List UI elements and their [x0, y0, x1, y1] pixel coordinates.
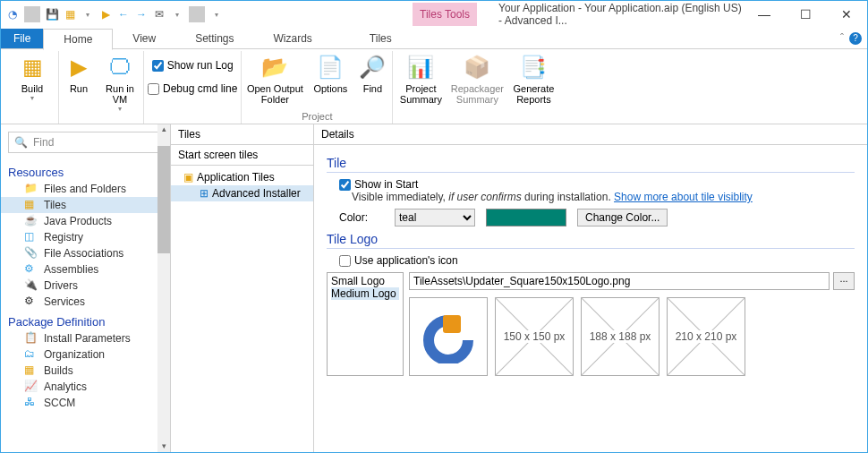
back-icon[interactable]: ←: [115, 6, 132, 22]
tab-home[interactable]: Home: [43, 29, 113, 50]
tree-subheader: Start screen tiles: [171, 145, 313, 166]
run-vm-button[interactable]: 🖵 Run in VM ▾: [100, 51, 140, 113]
tab-tiles[interactable]: Tiles: [350, 29, 412, 48]
reports-icon: 📑: [519, 53, 548, 81]
sidebar-scrollbar[interactable]: ▴ ▾: [157, 124, 170, 452]
qat-dropdown-icon[interactable]: ▾: [208, 6, 225, 22]
details-header: Details: [314, 124, 867, 145]
use-app-icon-check[interactable]: Use application's icon: [327, 254, 855, 267]
maximize-button[interactable]: ☐: [785, 1, 826, 28]
scroll-thumb[interactable]: [157, 146, 170, 253]
debug-cmd-check[interactable]: Debug cmd line: [148, 80, 237, 98]
sidebar-item-registry[interactable]: ◫Registry: [1, 229, 170, 245]
show-in-start-check[interactable]: Show in Start: [327, 178, 855, 191]
section-logo: Tile Logo: [327, 232, 855, 249]
window-title: Your Application - Your Application.aip …: [477, 2, 744, 27]
find-button[interactable]: 🔎 Find: [356, 51, 388, 105]
repackager-button[interactable]: 📦 Repackager Summary: [450, 51, 504, 105]
sidebar-item-builds[interactable]: ▦Builds: [1, 363, 170, 379]
browse-button[interactable]: ...: [833, 272, 855, 290]
dropdown-icon[interactable]: ▾: [80, 6, 96, 22]
options-icon: 📄: [316, 53, 345, 81]
color-select[interactable]: teal: [395, 209, 475, 226]
sidebar-item-assemblies[interactable]: ⚙Assemblies: [1, 261, 170, 278]
show-run-log-check[interactable]: Show run Log: [152, 56, 234, 74]
scroll-up-icon[interactable]: ▴: [157, 124, 170, 135]
mail-icon[interactable]: ✉: [151, 6, 167, 22]
tile-preview[interactable]: [409, 297, 488, 376]
sidebar-item-drivers[interactable]: 🔌Drivers: [1, 278, 170, 294]
tab-wizards[interactable]: Wizards: [254, 29, 332, 48]
search-icon: 🔍: [14, 136, 28, 149]
collapse-ribbon-icon[interactable]: ˆ: [840, 32, 844, 45]
app-icon: ◔: [4, 6, 21, 22]
minimize-button[interactable]: —: [744, 1, 785, 28]
tree-child[interactable]: ⊞Advanced Installer: [171, 185, 313, 201]
tree-panel: Tiles Start screen tiles ▣Application Ti…: [171, 124, 314, 452]
analytics-icon: 📈: [24, 380, 38, 394]
tile-210[interactable]: 210 x 210 px: [667, 297, 745, 376]
monitor-icon: 🖵: [106, 53, 134, 81]
tile-150[interactable]: 150 x 150 px: [495, 297, 574, 376]
sidebar-item-fileassoc[interactable]: 📎File Associations: [1, 245, 170, 261]
help-icon[interactable]: ?: [849, 32, 862, 45]
ribbon-group-label: Project: [302, 109, 332, 124]
tree-header: Tiles: [171, 124, 313, 145]
options-button[interactable]: 📄 Options: [310, 51, 351, 105]
scroll-down-icon[interactable]: ▾: [157, 441, 170, 452]
section-tile: Tile: [327, 156, 855, 173]
change-color-button[interactable]: Change Color...: [577, 209, 668, 226]
folder-icon: 📁: [24, 182, 38, 196]
registry-icon: ◫: [24, 230, 38, 244]
logo-medium-option[interactable]: Medium Logo: [331, 287, 399, 300]
build-button[interactable]: ▦ Build ▾: [10, 51, 55, 102]
sidebar-item-files[interactable]: 📁Files and Folders: [1, 181, 170, 197]
project-summary-button[interactable]: 📊 Project Summary: [396, 51, 445, 105]
sidebar-item-tiles[interactable]: ▦Tiles: [1, 197, 170, 213]
params-icon: 📋: [24, 331, 38, 346]
logo-small-option[interactable]: Small Logo: [331, 275, 399, 287]
gear-icon: ⚙: [24, 295, 38, 309]
open-output-button[interactable]: 📂 Open Output Folder: [245, 51, 304, 105]
dropdown-icon[interactable]: ▾: [169, 6, 185, 22]
sidebar-item-sccm[interactable]: 🖧SCCM: [1, 395, 170, 411]
sidebar-item-installparams[interactable]: 📋Install Parameters: [1, 330, 170, 346]
sidebar-item-java[interactable]: ☕Java Products: [1, 213, 170, 229]
search-input[interactable]: 🔍 Find: [8, 132, 163, 153]
java-icon: ☕: [24, 214, 38, 228]
details-panel: Details Tile Show in Start Visible immed…: [314, 124, 867, 452]
tree-root[interactable]: ▣Application Tiles: [171, 169, 313, 185]
sidebar-item-organization[interactable]: 🗂Organization: [1, 346, 170, 363]
repackager-icon: 📦: [463, 53, 491, 81]
sidebar-item-analytics[interactable]: 📈Analytics: [1, 379, 170, 395]
sidebar: 🔍 Find Resources 📁Files and Folders ▦Til…: [1, 124, 171, 452]
assoc-icon: 📎: [24, 246, 38, 261]
generate-reports-button[interactable]: 📑 Generate Reports: [509, 51, 557, 105]
logo-path-input[interactable]: [409, 272, 830, 290]
menubar: File Home View Settings Wizards Tiles ˆ …: [1, 28, 867, 49]
build-icon[interactable]: ▦: [62, 6, 78, 22]
logo-size-list[interactable]: Small Logo Medium Logo: [327, 272, 404, 376]
tiles-icon: ▦: [24, 198, 38, 212]
folder-icon: 📂: [260, 53, 289, 81]
quick-access: ◔ 💾 ▦ ▾ ▶ ← → ✉ ▾ ▾: [1, 6, 228, 22]
visibility-link[interactable]: Show more about tile visiblity: [614, 191, 753, 203]
tab-view[interactable]: View: [113, 29, 175, 48]
ribbon: ▦ Build ▾ ▶ Run 🖵 Run in VM ▾ Show run L…: [1, 49, 867, 124]
sidebar-head-pkgdef: Package Definition: [1, 310, 170, 330]
forward-icon[interactable]: →: [133, 6, 149, 22]
sccm-icon: 🖧: [24, 396, 38, 410]
run-icon[interactable]: ▶: [98, 6, 114, 22]
title-bar: ◔ 💾 ▦ ▾ ▶ ← → ✉ ▾ ▾ Tiles Tools Your App…: [1, 1, 867, 28]
svg-rect-1: [443, 315, 461, 333]
tile-188[interactable]: 188 x 188 px: [581, 297, 660, 376]
run-button[interactable]: ▶ Run: [63, 51, 95, 113]
sidebar-item-services[interactable]: ⚙Services: [1, 294, 170, 310]
close-button[interactable]: ✕: [826, 1, 867, 28]
file-menu[interactable]: File: [1, 29, 43, 48]
save-icon[interactable]: 💾: [44, 6, 60, 22]
build-icon: ▦: [18, 53, 47, 81]
puzzle-logo-icon: [421, 310, 475, 363]
tab-settings[interactable]: Settings: [175, 29, 253, 48]
sidebar-head-resources: Resources: [1, 160, 170, 181]
